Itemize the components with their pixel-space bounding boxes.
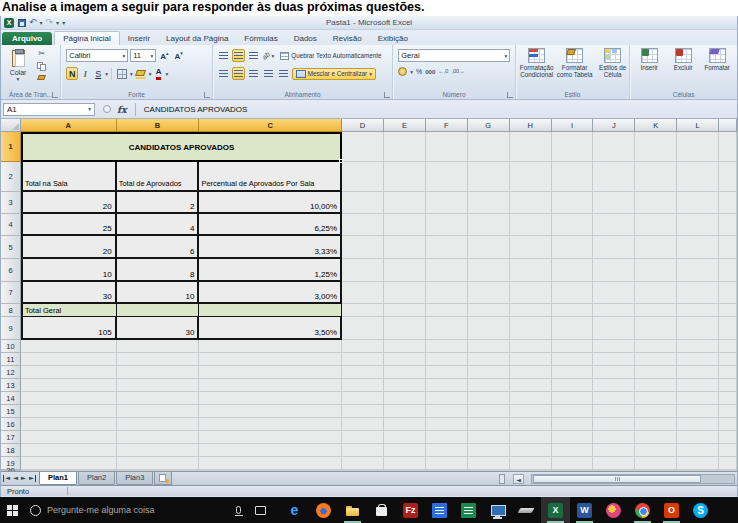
cell-J14[interactable] — [593, 392, 635, 405]
conditional-formatting-button[interactable]: Formatação Condicional — [518, 47, 556, 78]
cell-F19[interactable] — [426, 457, 468, 470]
microphone-icon[interactable] — [236, 506, 241, 514]
cell-K13[interactable] — [635, 379, 677, 392]
cell-J13[interactable] — [593, 379, 635, 392]
cell-M4[interactable] — [719, 214, 737, 236]
cell-C5[interactable]: 3,33% — [199, 236, 342, 259]
cell-I12[interactable] — [552, 366, 594, 379]
spreadsheet-green-icon[interactable] — [454, 497, 483, 523]
decrease-font-icon[interactable]: A▾ — [173, 50, 185, 61]
cell-B13[interactable] — [117, 379, 200, 392]
cell-G2[interactable] — [468, 162, 510, 192]
fill-color-button[interactable] — [134, 67, 148, 80]
cell-D5[interactable] — [342, 236, 384, 259]
cell-C11[interactable] — [199, 353, 342, 366]
row-header-17[interactable]: 17 — [1, 431, 21, 444]
cell-D18[interactable] — [342, 444, 384, 457]
cell-C15[interactable] — [199, 405, 342, 418]
cell-G5[interactable] — [468, 236, 510, 259]
cell-J8[interactable] — [593, 304, 635, 317]
cell-B17[interactable] — [117, 431, 200, 444]
undo-dropdown-icon[interactable]: ▾ — [40, 19, 43, 26]
cell-K14[interactable] — [635, 392, 677, 405]
cell-C14[interactable] — [199, 392, 342, 405]
paint-3d-icon[interactable] — [599, 497, 628, 523]
cell-M2[interactable] — [719, 162, 737, 192]
cell-D11[interactable] — [342, 353, 384, 366]
firefox-icon[interactable] — [309, 497, 338, 523]
column-header-D[interactable]: D — [342, 119, 384, 132]
cell-C13[interactable] — [199, 379, 342, 392]
cell-D3[interactable] — [342, 192, 384, 214]
orientation-icon[interactable]: ab — [260, 50, 270, 60]
ribbon-tab-dados[interactable]: Dados — [286, 32, 325, 45]
increase-indent-icon[interactable] — [277, 67, 290, 80]
sheet-tab-plan2[interactable]: Plan2 — [78, 472, 115, 485]
cell-L12[interactable] — [677, 366, 719, 379]
font-name-combo[interactable]: Calibri ▾ — [66, 49, 128, 62]
cell-J5[interactable] — [593, 236, 635, 259]
cell-J3[interactable] — [593, 192, 635, 214]
cell-D16[interactable] — [342, 418, 384, 431]
file-explorer-icon[interactable] — [338, 497, 367, 523]
cell-M14[interactable] — [719, 392, 737, 405]
cell-F17[interactable] — [426, 431, 468, 444]
cell-L19[interactable] — [677, 457, 719, 470]
cell-H16[interactable] — [510, 418, 552, 431]
cell-C8[interactable] — [199, 304, 342, 317]
cell-H11[interactable] — [510, 353, 552, 366]
cell-I6[interactable] — [552, 259, 594, 282]
cell-F1[interactable] — [426, 132, 468, 162]
cell-C12[interactable] — [199, 366, 342, 379]
cell-E17[interactable] — [384, 431, 426, 444]
cell-E3[interactable] — [384, 192, 426, 214]
cell-G18[interactable] — [468, 444, 510, 457]
cell-L4[interactable] — [677, 214, 719, 236]
cell-F2[interactable] — [426, 162, 468, 192]
cell-B7[interactable]: 10 — [117, 282, 200, 304]
cell-D2[interactable] — [342, 162, 384, 192]
format-as-table-button[interactable]: Formatar como Tabela — [556, 47, 594, 78]
cell-M17[interactable] — [719, 431, 737, 444]
cell-C9[interactable]: 3,50% — [199, 317, 342, 340]
cell-D9[interactable] — [342, 317, 384, 340]
cell-L3[interactable] — [677, 192, 719, 214]
cell-I4[interactable] — [552, 214, 594, 236]
ribbon-tab-revisão[interactable]: Revisão — [325, 32, 370, 45]
cell-L11[interactable] — [677, 353, 719, 366]
ribbon-tab-inserir[interactable]: Inserir — [120, 32, 158, 45]
decrease-decimal-button[interactable]: ,00→ — [451, 69, 464, 75]
column-header-C[interactable]: C — [199, 119, 342, 132]
cell-L17[interactable] — [677, 431, 719, 444]
cell-J4[interactable] — [593, 214, 635, 236]
cell-I19[interactable] — [552, 457, 594, 470]
cell-F10[interactable] — [426, 340, 468, 353]
prev-sheet-icon[interactable]: ◄ — [13, 475, 18, 482]
cell-K12[interactable] — [635, 366, 677, 379]
cell-I15[interactable] — [552, 405, 594, 418]
cell-H14[interactable] — [510, 392, 552, 405]
cell-J11[interactable] — [593, 353, 635, 366]
row-header-3[interactable]: 3 — [1, 192, 21, 214]
cell-A15[interactable] — [21, 405, 117, 418]
cell-L15[interactable] — [677, 405, 719, 418]
cell-B16[interactable] — [117, 418, 200, 431]
cell-E7[interactable] — [384, 282, 426, 304]
cell-J7[interactable] — [593, 282, 635, 304]
cell-M16[interactable] — [719, 418, 737, 431]
column-header-E[interactable]: E — [384, 119, 426, 132]
cell-K1[interactable] — [635, 132, 677, 162]
start-button[interactable] — [0, 497, 24, 523]
cell-C7[interactable]: 3,00% — [199, 282, 342, 304]
cell-F11[interactable] — [426, 353, 468, 366]
cell-K9[interactable] — [635, 317, 677, 340]
cut-icon[interactable]: ✂ — [35, 49, 48, 58]
cell-H9[interactable] — [510, 317, 552, 340]
alignment-dialog-launcher[interactable] — [384, 92, 390, 98]
italic-button[interactable]: I — [79, 67, 91, 80]
cell-C17[interactable] — [199, 431, 342, 444]
cell-H10[interactable] — [510, 340, 552, 353]
cell-L9[interactable] — [677, 317, 719, 340]
cell-G19[interactable] — [468, 457, 510, 470]
underline-button[interactable]: S — [92, 67, 104, 80]
